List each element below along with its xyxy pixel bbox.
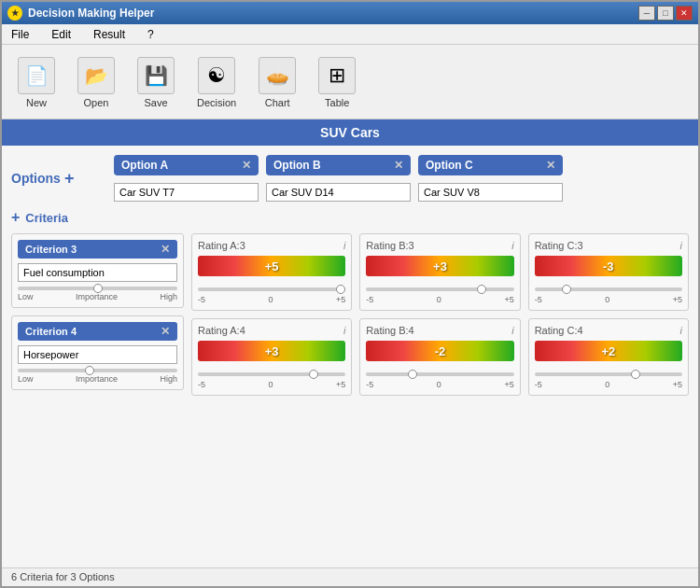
rating-b3-slider-area: -5 0 +5: [366, 281, 513, 304]
option-col-a: Option A ✕: [114, 155, 259, 202]
rating-a3-max: +5: [336, 295, 345, 304]
page-title-text: SUV Cars: [320, 125, 380, 140]
option-a-close[interactable]: ✕: [242, 159, 251, 172]
chart-icon: 🥧: [259, 57, 296, 94]
rating-b4-header: Rating B:4 i: [366, 325, 513, 336]
criterion-4-card: Criterion 4 ✕ Low Importance High: [11, 315, 184, 390]
chart-button[interactable]: 🥧 Chart: [252, 52, 302, 113]
rating-row-4: Rating A:4 i +3 -5 0 +5: [191, 318, 689, 396]
rating-c3-info[interactable]: i: [680, 240, 682, 251]
criterion-4-slider[interactable]: [18, 369, 177, 372]
rating-b3-info[interactable]: i: [511, 240, 513, 251]
rating-a4-labels: -5 0 +5: [198, 380, 345, 389]
option-b-close[interactable]: ✕: [394, 159, 403, 172]
rating-c4-header: Rating C:4 i: [535, 325, 682, 336]
option-c-label: Option C: [426, 159, 473, 172]
rating-b3-value: +3: [433, 259, 447, 273]
criterion-3-importance: Low Importance High: [18, 287, 177, 301]
rating-a4-slider-area: -5 0 +5: [198, 366, 345, 389]
save-button[interactable]: 💾 Save: [131, 52, 181, 113]
rating-c4-slider-area: -5 0 +5: [535, 366, 682, 389]
maximize-button[interactable]: □: [657, 6, 674, 21]
options-header-row: Option A ✕ Option B ✕ Option C ✕: [114, 155, 563, 202]
rating-a3-zero: 0: [269, 295, 273, 304]
low-label-4: Low: [18, 374, 34, 384]
add-criteria-button[interactable]: +: [11, 209, 20, 226]
criterion-3-close[interactable]: ✕: [161, 243, 170, 256]
main-content: Options + Option A ✕ Option B ✕: [2, 146, 698, 567]
grid-area: Criterion 3 ✕ Low Importance High: [11, 233, 689, 558]
options-label: Options +: [11, 169, 105, 189]
criterion-3-slider[interactable]: [18, 287, 177, 290]
rating-b4-info[interactable]: i: [511, 325, 513, 336]
table-button[interactable]: ⊞ Table: [312, 52, 362, 113]
criterion-4-slider-labels: Low Importance High: [18, 374, 177, 384]
importance-label-3: Importance: [76, 292, 118, 301]
new-button[interactable]: 📄 New: [11, 52, 62, 113]
criterion-4-input[interactable]: [18, 345, 177, 364]
rating-a4-max: +5: [336, 380, 345, 389]
rating-a4-slider[interactable]: [198, 372, 345, 376]
rating-a4-zero: 0: [269, 380, 273, 389]
save-label: Save: [144, 97, 167, 108]
criterion-3-input[interactable]: [18, 263, 177, 282]
option-b-input[interactable]: [266, 183, 411, 202]
rating-b3-cell: Rating B:3 i +3 -5 0 +5: [359, 233, 520, 311]
rating-c4-info[interactable]: i: [680, 325, 682, 336]
ratings-right-col: Rating A:3 i +5 -5 0 +5: [191, 233, 689, 558]
rating-a4-header: Rating A:4 i: [198, 325, 345, 336]
status-text: 6 Criteria for 3 Options: [11, 571, 115, 582]
rating-a3-header: Rating A:3 i: [198, 240, 345, 251]
rating-a3-slider[interactable]: [198, 287, 345, 291]
option-col-c: Option C ✕: [418, 155, 563, 202]
rating-b4-cell: Rating B:4 i -2 -5 0 +5: [359, 318, 520, 396]
title-bar: ★ Decision Making Helper ─ □ ✕: [2, 2, 698, 24]
add-option-button[interactable]: +: [64, 169, 75, 189]
open-button[interactable]: 📂 Open: [71, 52, 121, 113]
high-label-3: High: [160, 292, 177, 301]
rating-b3-label: Rating B:3: [366, 240, 413, 251]
rating-b3-bar: +3: [366, 256, 513, 276]
rating-b4-slider[interactable]: [366, 372, 513, 376]
rating-a4-info[interactable]: i: [343, 325, 345, 336]
minimize-button[interactable]: ─: [638, 6, 655, 21]
rating-b3-max: +5: [504, 295, 513, 304]
menu-file[interactable]: File: [7, 27, 33, 42]
rating-c3-labels: -5 0 +5: [535, 295, 682, 304]
importance-label-4: Importance: [76, 374, 118, 384]
rating-b4-slider-area: -5 0 +5: [366, 366, 513, 389]
criterion-4-close[interactable]: ✕: [161, 325, 170, 338]
rating-c4-max: +5: [673, 380, 682, 389]
close-button[interactable]: ✕: [676, 6, 693, 21]
option-a-label: Option A: [121, 159, 168, 172]
option-c-input[interactable]: [418, 183, 563, 202]
rating-c3-label: Rating C:3: [535, 240, 583, 251]
criterion-3-header: Criterion 3 ✕: [18, 240, 177, 259]
rating-b3-slider[interactable]: [366, 287, 513, 291]
rating-a3-info[interactable]: i: [343, 240, 345, 251]
rating-b3-header: Rating B:3 i: [366, 240, 513, 251]
table-label: Table: [325, 97, 349, 108]
app-icon: ★: [7, 6, 22, 21]
menu-edit[interactable]: Edit: [48, 27, 75, 42]
rating-c3-slider-area: -5 0 +5: [535, 281, 682, 304]
option-col-b: Option B ✕: [266, 155, 411, 202]
option-card-c: Option C ✕: [418, 155, 563, 175]
window-title: Decision Making Helper: [28, 7, 154, 20]
menu-result[interactable]: Result: [90, 27, 129, 42]
rating-a3-value: +5: [265, 259, 279, 273]
decision-button[interactable]: ☯ Decision: [190, 52, 243, 113]
option-a-input[interactable]: [114, 183, 259, 202]
rating-c3-slider[interactable]: [535, 287, 682, 291]
rating-b4-value: -2: [435, 344, 446, 358]
rating-b4-bar: -2: [366, 341, 513, 361]
option-c-close[interactable]: ✕: [546, 159, 555, 172]
rating-b4-label: Rating B:4: [366, 325, 413, 336]
rating-a3-bar: +5: [198, 256, 345, 276]
rating-a3-label: Rating A:3: [198, 240, 245, 251]
option-b-label: Option B: [273, 159, 321, 172]
rating-c4-slider[interactable]: [535, 372, 682, 376]
criterion-4-importance: Low Importance High: [18, 369, 177, 384]
rating-b3-zero: 0: [437, 295, 441, 304]
menu-help[interactable]: ?: [144, 27, 158, 42]
